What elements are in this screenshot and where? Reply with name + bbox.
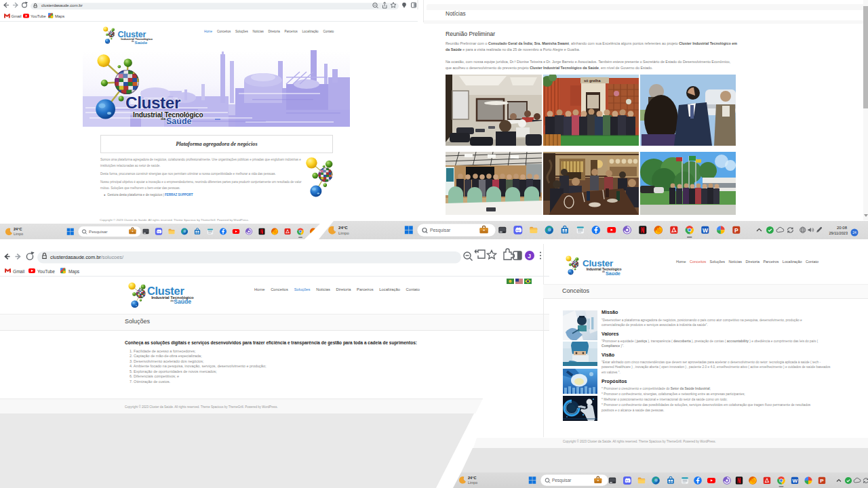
svg-text:24: 24 xyxy=(852,230,856,235)
svg-text:Pesquisar: Pesquisar xyxy=(430,228,451,233)
svg-text:Cluster: Cluster xyxy=(125,94,181,112)
svg-text:só grelha: só grelha xyxy=(584,79,601,83)
svg-text:24°C: 24°C xyxy=(14,227,22,231)
svg-text:Cluster: Cluster xyxy=(583,258,614,268)
svg-text:29/11/2023: 29/11/2023 xyxy=(829,231,848,235)
svg-text:J: J xyxy=(528,253,531,260)
svg-text:Limpo: Limpo xyxy=(14,232,23,236)
svg-text:Cluster: Cluster xyxy=(146,284,184,296)
svg-text:Limpo: Limpo xyxy=(468,481,477,485)
svg-text:YouTube: YouTube xyxy=(31,14,46,18)
svg-text:clusterdasaude.com.br/solucoes: clusterdasaude.com.br/solucoes/ xyxy=(50,254,124,260)
svg-text:Maps: Maps xyxy=(55,14,64,18)
svg-text:Gmail: Gmail xyxy=(13,269,25,274)
svg-text:YouTube: YouTube xyxy=(37,269,55,274)
svg-text:Gmail: Gmail xyxy=(12,14,22,18)
svg-text:Pesquisar: Pesquisar xyxy=(89,229,108,234)
svg-text:Saúde: Saúde xyxy=(134,39,147,44)
svg-text:Saúde: Saúde xyxy=(606,270,620,276)
svg-text:20:08: 20:08 xyxy=(837,226,848,230)
svg-text:da: da xyxy=(602,270,605,273)
svg-text:Saúde: Saúde xyxy=(166,117,192,126)
svg-text:da: da xyxy=(132,39,134,42)
svg-text:24°C: 24°C xyxy=(468,476,477,480)
svg-text:Maps: Maps xyxy=(68,269,80,274)
svg-text:Limpo: Limpo xyxy=(338,231,349,235)
svg-text:clusterdasaude.com.br: clusterdasaude.com.br xyxy=(41,3,83,7)
svg-text:Pesquisar: Pesquisar xyxy=(552,478,572,483)
svg-text:Saúde: Saúde xyxy=(174,298,191,305)
svg-text:24°C: 24°C xyxy=(338,225,348,230)
svg-text:da: da xyxy=(161,117,166,121)
